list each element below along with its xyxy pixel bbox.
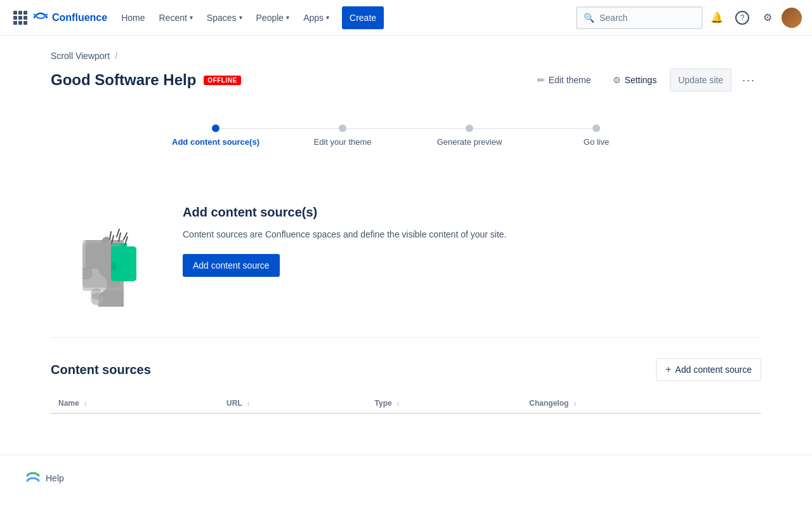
- settings-action-button[interactable]: ⚙ Settings: [605, 69, 665, 91]
- step-3: Generate preview: [406, 124, 533, 147]
- notifications-button[interactable]: 🔔: [705, 6, 728, 29]
- nav-right-section: 🔍 Search 🔔 ? ⚙: [576, 6, 802, 29]
- changelog-sort-icon: ↕: [573, 400, 577, 407]
- settings-cog-icon: ⚙: [613, 75, 621, 85]
- step-4-label: Go live: [584, 137, 609, 147]
- footer-help-text: Help: [46, 473, 64, 483]
- help-button[interactable]: ?: [731, 6, 754, 29]
- setup-card: Add content source(s) Content sources ar…: [51, 190, 761, 337]
- people-chevron-icon: ▾: [286, 14, 289, 21]
- update-site-button[interactable]: Update site: [670, 69, 731, 91]
- setup-description: Content sources are Confluence spaces an…: [183, 227, 761, 241]
- name-sort-icon: ↕: [84, 400, 87, 407]
- step-3-dot: [466, 124, 473, 132]
- add-content-source-outlined-button[interactable]: + Add content source: [656, 358, 761, 381]
- type-sort-icon: ↕: [396, 400, 400, 407]
- breadcrumb-separator: /: [115, 51, 117, 61]
- page-title-section: Good Software Help OFFLINE: [51, 71, 241, 89]
- step-3-label: Generate preview: [437, 137, 502, 147]
- svg-point-10: [91, 288, 102, 300]
- puzzle-illustration: [51, 205, 152, 307]
- setup-title: Add content source(s): [183, 205, 761, 220]
- step-1-dot: [212, 124, 219, 132]
- ellipsis-icon: ···: [742, 74, 756, 87]
- breadcrumb: Scroll Viewport /: [51, 51, 761, 61]
- step-1-label: Add content source(s): [172, 137, 259, 147]
- plus-icon: +: [665, 364, 671, 375]
- bell-icon: 🔔: [710, 11, 723, 23]
- search-box[interactable]: 🔍 Search: [576, 6, 703, 29]
- nav-home[interactable]: Home: [115, 6, 151, 29]
- col-url[interactable]: URL ↕: [219, 394, 367, 413]
- table-header-row: Name ↕ URL ↕ Type ↕ Changelog ↕: [51, 394, 761, 413]
- app-switcher-button[interactable]: [10, 8, 30, 28]
- question-icon: ?: [735, 11, 749, 25]
- col-type[interactable]: Type ↕: [367, 394, 522, 413]
- add-content-source-button[interactable]: Add content source: [183, 254, 280, 277]
- recent-chevron-icon: ▾: [190, 14, 193, 21]
- create-button[interactable]: Create: [342, 6, 384, 29]
- edit-theme-button[interactable]: ✏ Edit theme: [529, 69, 599, 91]
- nav-items: Home Recent ▾ Spaces ▾ People ▾ Apps ▾ C…: [115, 6, 573, 29]
- grid-icon: [13, 11, 27, 25]
- section-header: Content sources + Add content source: [51, 358, 761, 381]
- content-sources-title: Content sources: [51, 363, 151, 377]
- offline-badge: OFFLINE: [204, 76, 240, 85]
- step-2-label: Edit your theme: [313, 137, 371, 147]
- svg-line-1: [110, 232, 111, 239]
- steps-container: Add content source(s) Edit your theme Ge…: [51, 112, 761, 159]
- content-sources-section: Content sources + Add content source Nam…: [51, 337, 761, 414]
- table-header: Name ↕ URL ↕ Type ↕ Changelog ↕: [51, 394, 761, 413]
- footer: Help: [0, 455, 812, 501]
- spaces-chevron-icon: ▾: [239, 14, 242, 21]
- col-name[interactable]: Name ↕: [51, 394, 219, 413]
- nav-spaces[interactable]: Spaces ▾: [200, 6, 249, 29]
- pencil-icon: ✏: [537, 75, 545, 85]
- user-avatar[interactable]: [782, 8, 802, 28]
- top-navigation: Confluence Home Recent ▾ Spaces ▾ People…: [0, 0, 812, 36]
- breadcrumb-parent-link[interactable]: Scroll Viewport: [51, 51, 110, 61]
- step-4: Go live: [533, 124, 660, 147]
- nav-apps[interactable]: Apps ▾: [297, 6, 336, 29]
- page-content: Scroll Viewport / Good Software Help OFF…: [25, 36, 787, 429]
- page-actions: ✏ Edit theme ⚙ Settings Update site ···: [529, 69, 761, 91]
- col-changelog[interactable]: Changelog ↕: [521, 394, 761, 413]
- step-2: Edit your theme: [279, 124, 406, 147]
- content-sources-table: Name ↕ URL ↕ Type ↕ Changelog ↕: [51, 394, 761, 414]
- confluence-logo-text: Confluence: [52, 12, 107, 23]
- footer-logo-icon: [25, 471, 41, 486]
- search-icon: 🔍: [584, 13, 594, 23]
- puzzle-svg: [51, 205, 152, 307]
- url-sort-icon: ↕: [247, 400, 250, 407]
- confluence-logo[interactable]: Confluence: [33, 8, 107, 27]
- nav-people[interactable]: People ▾: [250, 6, 296, 29]
- setup-content: Add content source(s) Content sources ar…: [183, 205, 761, 277]
- more-actions-button[interactable]: ···: [737, 69, 761, 91]
- svg-line-2: [117, 229, 119, 237]
- nav-recent[interactable]: Recent ▾: [152, 6, 199, 29]
- settings-button[interactable]: ⚙: [756, 6, 779, 29]
- step-1: Add content source(s): [152, 124, 279, 147]
- page-header: Good Software Help OFFLINE ✏ Edit theme …: [51, 69, 761, 91]
- apps-chevron-icon: ▾: [326, 14, 329, 21]
- step-2-dot: [339, 124, 346, 132]
- page-title: Good Software Help: [51, 71, 196, 89]
- confluence-logo-icon: [33, 8, 48, 27]
- step-4-dot: [593, 124, 600, 132]
- gear-icon: ⚙: [763, 11, 772, 23]
